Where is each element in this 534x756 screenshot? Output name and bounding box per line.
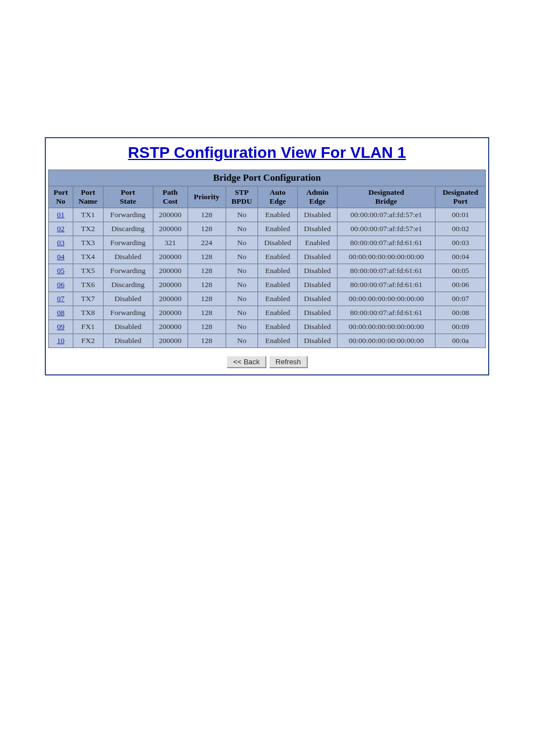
- table-row: 04TX4Disabled200000128NoEnabledDisabled0…: [49, 250, 485, 264]
- cell-stp-bpdu: No: [226, 250, 257, 264]
- port-link[interactable]: 02: [57, 224, 65, 233]
- port-link[interactable]: 09: [57, 322, 65, 331]
- cell-designated-bridge: 00:00:00:00:00:00:00:00: [338, 250, 435, 264]
- col-header-admin-edge: AdminEdge: [298, 186, 337, 208]
- port-link[interactable]: 03: [57, 238, 65, 247]
- cell-priority: 128: [188, 250, 226, 264]
- cell-port-state: Forwarding: [104, 306, 153, 320]
- cell-port-no: 10: [49, 334, 73, 348]
- port-link[interactable]: 07: [57, 294, 65, 303]
- cell-port-no: 05: [49, 264, 73, 278]
- cell-designated-bridge: 00:00:00:07:af:fd:57:e1: [338, 222, 435, 236]
- table-row: 10FX2Disabled200000128NoEnabledDisabled0…: [49, 334, 485, 348]
- table-row: 05TX5Forwarding200000128NoEnabledDisable…: [49, 264, 485, 278]
- config-panel: RSTP Configuration View For VLAN 1 Bridg…: [45, 137, 489, 375]
- cell-designated-port: 00:09: [435, 320, 485, 334]
- cell-port-name: FX1: [73, 320, 103, 334]
- cell-admin-edge: Disabled: [298, 250, 337, 264]
- cell-stp-bpdu: No: [226, 334, 257, 348]
- cell-auto-edge: Enabled: [258, 306, 297, 320]
- cell-port-no: 02: [49, 222, 73, 236]
- cell-designated-port: 00:04: [435, 250, 485, 264]
- cell-stp-bpdu: No: [226, 236, 257, 250]
- cell-stp-bpdu: No: [226, 292, 257, 306]
- cell-port-state: Disabled: [104, 292, 153, 306]
- col-header-auto-edge: AutoEdge: [258, 186, 297, 208]
- port-link[interactable]: 10: [57, 336, 65, 345]
- cell-stp-bpdu: No: [226, 320, 257, 334]
- port-link[interactable]: 01: [57, 210, 65, 219]
- cell-designated-port: 00:0a: [435, 334, 485, 348]
- cell-designated-port: 00:08: [435, 306, 485, 320]
- table-header-row: PortNo PortName PortState PathCost Prior…: [49, 186, 485, 208]
- cell-port-state: Disabled: [104, 334, 153, 348]
- cell-designated-port: 00:01: [435, 208, 485, 222]
- cell-priority: 128: [188, 222, 226, 236]
- cell-port-name: TX6: [73, 278, 103, 292]
- port-link[interactable]: 04: [57, 252, 65, 261]
- cell-port-name: TX8: [73, 306, 103, 320]
- cell-port-state: Disabled: [104, 250, 153, 264]
- col-header-port-name: PortName: [73, 186, 103, 208]
- cell-path-cost: 200000: [153, 264, 188, 278]
- cell-stp-bpdu: No: [226, 306, 257, 320]
- cell-priority: 224: [188, 236, 226, 250]
- cell-auto-edge: Enabled: [258, 292, 297, 306]
- cell-designated-port: 00:05: [435, 264, 485, 278]
- cell-stp-bpdu: No: [226, 264, 257, 278]
- cell-port-state: Disabled: [104, 320, 153, 334]
- table-row: 02TX2Discarding200000128NoEnabledDisable…: [49, 222, 485, 236]
- cell-port-name: TX1: [73, 208, 103, 222]
- cell-designated-bridge: 80:00:00:07:af:fd:61:61: [338, 236, 435, 250]
- cell-auto-edge: Enabled: [258, 264, 297, 278]
- cell-admin-edge: Disabled: [298, 264, 337, 278]
- cell-port-state: Forwarding: [104, 236, 153, 250]
- cell-path-cost: 200000: [153, 320, 188, 334]
- cell-path-cost: 200000: [153, 292, 188, 306]
- cell-port-name: FX2: [73, 334, 103, 348]
- cell-designated-bridge: 00:00:00:00:00:00:00:00: [338, 320, 435, 334]
- cell-path-cost: 200000: [153, 222, 188, 236]
- cell-priority: 128: [188, 320, 226, 334]
- col-header-port-no: PortNo: [49, 186, 73, 208]
- table-row: 01TX1Forwarding200000128NoEnabledDisable…: [49, 208, 485, 222]
- cell-port-state: Discarding: [104, 278, 153, 292]
- cell-priority: 128: [188, 334, 226, 348]
- page-title: RSTP Configuration View For VLAN 1: [48, 144, 486, 162]
- table-caption: Bridge Port Configuration: [48, 170, 486, 186]
- port-link[interactable]: 08: [57, 308, 65, 317]
- back-button[interactable]: << Back: [227, 356, 266, 368]
- cell-port-name: TX4: [73, 250, 103, 264]
- cell-priority: 128: [188, 208, 226, 222]
- table-row: 06TX6Discarding200000128NoEnabledDisable…: [49, 278, 485, 292]
- cell-path-cost: 200000: [153, 334, 188, 348]
- cell-admin-edge: Disabled: [298, 306, 337, 320]
- cell-path-cost: 200000: [153, 278, 188, 292]
- cell-priority: 128: [188, 292, 226, 306]
- port-link[interactable]: 06: [57, 280, 65, 289]
- table-row: 07TX7Disabled200000128NoEnabledDisabled0…: [49, 292, 485, 306]
- table-row: 09FX1Disabled200000128NoEnabledDisabled0…: [49, 320, 485, 334]
- cell-designated-bridge: 80:00:00:07:af:fd:61:61: [338, 306, 435, 320]
- cell-port-no: 03: [49, 236, 73, 250]
- col-header-path-cost: PathCost: [153, 186, 188, 208]
- cell-port-state: Forwarding: [104, 208, 153, 222]
- cell-path-cost: 200000: [153, 250, 188, 264]
- port-link[interactable]: 05: [57, 266, 65, 275]
- cell-designated-bridge: 00:00:00:07:af:fd:57:e1: [338, 208, 435, 222]
- col-header-priority: Priority: [188, 186, 226, 208]
- cell-path-cost: 200000: [153, 306, 188, 320]
- cell-admin-edge: Enabled: [298, 236, 337, 250]
- cell-port-name: TX5: [73, 264, 103, 278]
- col-header-designated-bridge: DesignatedBridge: [338, 186, 435, 208]
- cell-port-name: TX7: [73, 292, 103, 306]
- cell-admin-edge: Disabled: [298, 320, 337, 334]
- cell-admin-edge: Disabled: [298, 208, 337, 222]
- refresh-button[interactable]: Refresh: [269, 356, 307, 368]
- cell-port-no: 01: [49, 208, 73, 222]
- button-row: << Back Refresh: [48, 356, 486, 368]
- table-row: 03TX3Forwarding321224NoDisabledEnabled80…: [49, 236, 485, 250]
- cell-port-no: 09: [49, 320, 73, 334]
- cell-port-no: 04: [49, 250, 73, 264]
- cell-auto-edge: Enabled: [258, 278, 297, 292]
